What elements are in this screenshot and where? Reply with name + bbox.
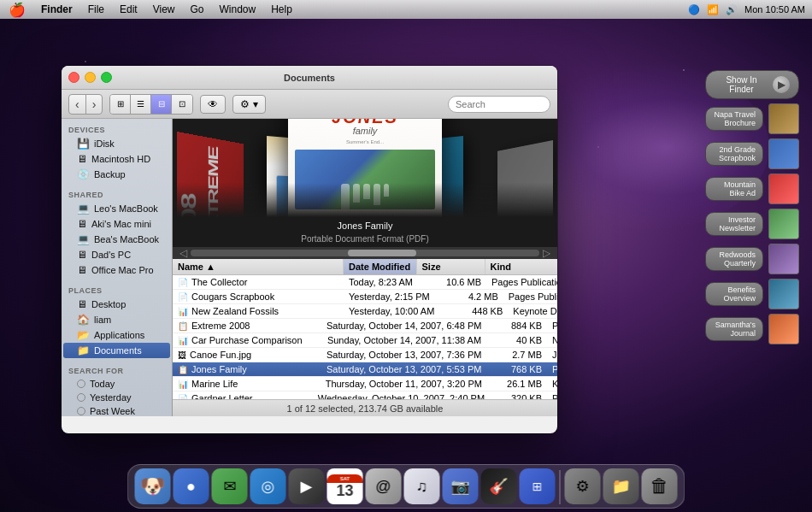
sidebar-item-past-week[interactable]: Past Week [63,404,170,416]
ql-item-redwoods[interactable]: Redwoods Quarterly [705,244,799,274]
trash-icon[interactable]: 🗑 [642,468,678,504]
coverflow-btn[interactable]: ⊡ [172,95,192,114]
bluetooth-icon: 🔵 [688,4,700,15]
ql-thumb-redwoods [768,244,799,274]
finder-icon[interactable]: 🐶 [135,468,171,504]
system-prefs-icon[interactable]: ⚙ [565,468,601,504]
show-in-finder-button[interactable]: Show In Finder ▶ [705,70,799,99]
ql-label-benefits: Benefits Overview [705,282,763,306]
ql-label-journal: Samantha's Journal [705,317,763,341]
finder-toolbar: ‹ › ⊞ ☰ ⊟ ⊡ 👁 ⚙ ▾ [62,90,557,119]
coverflow-track[interactable] [191,250,539,256]
finder-main-area: EXTREME 2008 JANUARY JoNES family [173,119,557,416]
sidebar-item-liam[interactable]: 🏠liam [63,312,170,327]
col-date[interactable]: Date Modified [344,259,417,274]
search-input[interactable] [448,96,550,113]
sidebar-item-applications[interactable]: 📂Applications [63,327,170,343]
sidebar-item-macintosh-hd[interactable]: 🖥Macintosh HD [63,151,170,167]
ql-thumb-investor [768,209,799,239]
ql-thumb-benefits [768,279,799,309]
table-row[interactable]: 📊Car Purchase Comparison Sunday, October… [173,333,557,348]
col-size[interactable]: Size [417,259,485,274]
ql-label-redwoods: Redwoods Quarterly [705,247,763,271]
dashboard-icon[interactable]: ● [174,468,209,504]
table-row[interactable]: 📄Gardner Letter Wednesday, October 10, 2… [173,391,557,399]
menubar-right: 🔵 📶 🔊 Mon 10:50 AM [688,4,812,15]
minimize-button[interactable] [85,72,96,83]
col-kind[interactable]: Kind [485,259,558,274]
col-name[interactable]: Name ▲ [173,259,344,274]
mail-icon[interactable]: ✉ [212,468,248,504]
iphoto-icon[interactable]: 📷 [443,468,479,504]
menubar-file[interactable]: File [81,2,111,17]
coverflow-reflection [173,183,557,217]
sidebar-section-devices: DEVICES 💾iDisk 🖥Macintosh HD 💿Backup [62,119,172,184]
action-button[interactable]: ⚙ ▾ [232,95,265,114]
table-row[interactable]: 📊New Zealand Fossils Yesterday, 10:00 AM… [173,304,557,319]
sidebar-item-dads-pc[interactable]: 🖥Dad's PC [63,247,170,262]
quicktime-icon[interactable]: ▶ [289,468,325,504]
table-row[interactable]: 🖼Canoe Fun.jpg Saturday, October 13, 200… [173,348,557,362]
ql-item-2nd[interactable]: 2nd Grade Scrapbook [705,138,799,169]
ql-item-investor[interactable]: Investor Newsletter [705,209,799,239]
close-button[interactable] [68,72,79,83]
garageband-icon[interactable]: 🎸 [481,468,517,504]
ql-label-mountain: Mountain Bike Ad [705,177,763,201]
sidebar-item-beas-macbook[interactable]: 💻Bea's MacBook [63,232,170,247]
window-controls [68,72,112,83]
menubar-edit[interactable]: Edit [113,2,144,17]
coverflow-display[interactable]: EXTREME 2008 JANUARY JoNES family [173,119,557,217]
icon-view-btn[interactable]: ⊞ [110,95,131,114]
back-button[interactable]: ‹ [69,95,86,114]
table-row[interactable]: 📄The Collector Today, 8:23 AM 10.6 MB Pa… [173,275,557,290]
coverflow-view-btn[interactable]: ⊟ [151,95,172,114]
coverflow-sublabel: Portable Document Format (PDF) [173,234,557,244]
ql-item-mountain[interactable]: Mountain Bike Ad [705,174,799,204]
sidebar-item-leos-macbook[interactable]: 💻Leo's MacBook [63,201,170,216]
coverflow-label: Jones Family [173,217,557,234]
apple-menu[interactable]: 🍎 [0,2,34,18]
expose-icon[interactable]: ⊞ [520,468,556,504]
table-row[interactable]: 📋Extreme 2008 Saturday, October 14, 2007… [173,319,557,333]
ql-thumb-2nd [768,138,799,169]
sidebar-section-places: PLACES 🖥Desktop 🏠liam 📂Applications 📁Doc… [62,280,172,360]
menubar-view[interactable]: View [146,2,182,17]
address-icon[interactable]: @ [366,468,402,504]
menubar-items: Finder File Edit View Go Window Help [34,2,299,17]
stack-icon[interactable]: 📁 [603,468,639,504]
ql-item-journal[interactable]: Samantha's Journal [705,314,799,344]
menubar-help[interactable]: Help [264,2,299,17]
sidebar-item-documents[interactable]: 📁Documents [63,343,170,358]
table-row[interactable]: 📊Marine Life Thursday, October 11, 2007,… [173,377,557,391]
maximize-button[interactable] [101,72,112,83]
sidebar-section-shared: SHARED 💻Leo's MacBook 🖥Aki's Mac mini 💻B… [62,184,172,280]
sidebar-item-akis-mac-mini[interactable]: 🖥Aki's Mac mini [63,216,170,232]
sidebar-item-idisk[interactable]: 💾iDisk [63,136,170,151]
sidebar-header-places: PLACES [62,285,172,297]
ical-icon[interactable]: SAT 13 [327,468,363,504]
ql-item-benefits[interactable]: Benefits Overview [705,279,799,309]
sidebar-item-backup[interactable]: 💿Backup [63,167,170,182]
table-row[interactable]: 📋Jones Family Saturday, October 13, 2007… [173,362,557,377]
quicklook-button[interactable]: 👁 [200,95,226,114]
sidebar-item-office-mac-pro[interactable]: 🖥Office Mac Pro [63,262,170,278]
itunes-icon[interactable]: ♫ [404,468,440,504]
menubar-window[interactable]: Window [213,2,263,17]
sidebar-item-desktop[interactable]: 🖥Desktop [63,297,170,312]
sidebar-header-shared: SHARED [62,189,172,201]
menubar-finder[interactable]: Finder [34,2,79,17]
ql-item-napa[interactable]: Napa Travel Brochure [705,103,799,134]
safari-icon[interactable]: ◎ [250,468,286,504]
sidebar-item-yesterday[interactable]: Yesterday [63,391,170,404]
menubar-go[interactable]: Go [184,2,211,17]
coverflow-thumb[interactable] [348,250,416,256]
dock-separator [560,470,561,504]
coverflow-scrollbar[interactable]: ◁ ▷ [173,247,557,259]
table-row[interactable]: 📄Cougars Scrapbook Yesterday, 2:15 PM 4.… [173,290,557,304]
ql-thumb-journal [768,314,799,344]
sidebar-item-today[interactable]: Today [63,377,170,391]
forward-button[interactable]: › [86,95,103,114]
coverflow-area: EXTREME 2008 JANUARY JoNES family [173,119,557,259]
ql-label-napa: Napa Travel Brochure [705,107,763,131]
list-view-btn[interactable]: ☰ [131,95,151,114]
